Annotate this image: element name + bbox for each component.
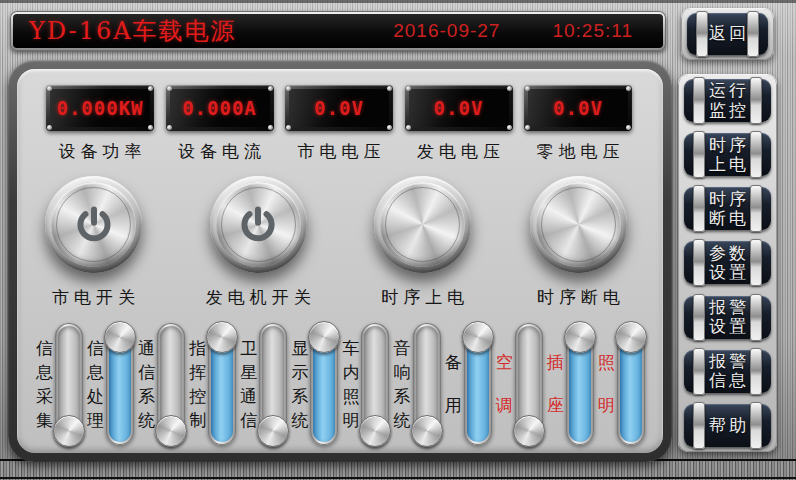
switch-label-char: 响	[394, 364, 411, 381]
return-button[interactable]: 返回	[687, 13, 768, 55]
digital-display: 0.000KW	[46, 85, 154, 131]
screw-icon	[525, 125, 530, 130]
switch-label-char: 显	[291, 340, 308, 357]
switch-label-char: 卫	[240, 340, 257, 357]
toggle-switch[interactable]	[55, 323, 83, 445]
sidebar-button-label: 信息	[706, 371, 749, 390]
bottom-bezel-trim	[0, 459, 796, 480]
display-value: 0.0V	[314, 97, 364, 119]
switch-knob[interactable]	[462, 321, 494, 353]
switch-label-char: 通	[138, 340, 155, 357]
knob-face	[216, 182, 301, 267]
switch-label-char: 统	[138, 412, 155, 429]
switch-label-char: 用	[445, 397, 462, 414]
display-screen: 0.000A	[170, 89, 270, 127]
sidebar-button-label: 上电	[706, 155, 749, 174]
switch-label-char: 集	[36, 412, 53, 429]
switch-label-char: 通	[240, 388, 257, 405]
switch-knob[interactable]	[155, 415, 187, 447]
switch-label-char: 系	[394, 388, 411, 405]
digital-display: 0.000A	[166, 85, 274, 131]
sidebar-button-alarm-info[interactable]: 报警信息	[684, 350, 771, 393]
knob-button-mains-switch[interactable]	[45, 176, 142, 273]
knob-button-seq-power-on[interactable]	[374, 176, 471, 273]
display-value: 0.000A	[182, 97, 257, 119]
switch-knob[interactable]	[53, 415, 85, 447]
switch-label-char: 音	[394, 340, 411, 357]
switch-knob[interactable]	[564, 321, 596, 353]
switch-unit: 卫星通信	[239, 323, 287, 445]
sidebar-button-seq-power-off[interactable]: 时序断电	[684, 187, 771, 230]
switch-label-char: 息	[87, 364, 104, 381]
screw-icon	[406, 125, 411, 130]
switch-unit: 照明	[597, 323, 645, 445]
sidebar-button-label: 参数	[706, 244, 749, 263]
sidebar-button-run-monitor[interactable]: 运行监控	[684, 79, 771, 122]
screw-icon	[286, 125, 291, 130]
display-value: 0.000KW	[56, 97, 143, 119]
switch-label: 指挥控制	[188, 324, 207, 444]
switch-knob[interactable]	[206, 321, 238, 353]
toggle-switch[interactable]	[208, 323, 236, 445]
knob-unit: 市电开关	[45, 176, 142, 309]
time-display: 10:25:11	[552, 20, 633, 42]
knob-button-seq-power-off[interactable]	[530, 176, 627, 273]
switch-knob[interactable]	[411, 415, 443, 447]
toggle-switch[interactable]	[310, 323, 338, 445]
sidebar-button-label: 报警	[706, 298, 749, 317]
sidebar-button-alarm-settings[interactable]: 报警设置	[684, 296, 771, 339]
knob-face	[536, 182, 621, 267]
sidebar-button-help[interactable]: 帮助	[684, 404, 771, 447]
display-screen: 0.0V	[528, 89, 628, 127]
toggle-switch[interactable]	[361, 323, 389, 445]
switch-label-char: 车	[342, 340, 359, 357]
switch-label-char: 采	[36, 388, 53, 405]
switch-label-char: 照	[342, 388, 359, 405]
switch-knob[interactable]	[308, 321, 340, 353]
switch-label-char: 系	[138, 388, 155, 405]
toggle-switch[interactable]	[157, 323, 185, 445]
switch-label-char: 息	[36, 364, 53, 381]
toggle-switch[interactable]	[413, 323, 441, 445]
knob-unit: 时序上电	[374, 176, 471, 309]
knobs-row: 市电开关 发电机开关 时序上电 时序断电	[33, 176, 649, 309]
switch-knob[interactable]	[359, 415, 391, 447]
switch-label-char: 挥	[189, 364, 206, 381]
toggle-switch[interactable]	[259, 323, 287, 445]
sidebar-button-param-settings[interactable]: 参数设置	[684, 241, 771, 284]
switch-knob[interactable]	[615, 321, 647, 353]
switch-knob[interactable]	[513, 415, 545, 447]
sidebar-button-label: 时序	[706, 136, 749, 155]
switch-label: 卫星通信	[239, 324, 258, 444]
main-panel-frame: 0.000KW 设备功率 0.000A 设备电流 0.0V 市电电压	[8, 60, 672, 462]
switch-label-char: 统	[291, 412, 308, 429]
toggle-switch[interactable]	[617, 323, 645, 445]
switch-knob[interactable]	[257, 415, 289, 447]
sidebar-button-seq-power-on[interactable]: 时序上电	[684, 133, 771, 176]
switch-label: 显示系统	[290, 324, 309, 444]
screw-icon	[387, 125, 392, 130]
switch-label: 插座	[546, 324, 565, 444]
toggle-switch[interactable]	[515, 323, 543, 445]
display-unit: 0.0V 零地电压	[519, 85, 637, 163]
switch-label-char: 控	[189, 388, 206, 405]
switch-label-char: 系	[291, 388, 308, 405]
display-screen: 0.0V	[289, 89, 389, 127]
screw-icon	[626, 125, 631, 130]
switch-label: 照明	[597, 324, 616, 444]
knob-button-generator-switch[interactable]	[210, 176, 307, 273]
knob-label: 发电机开关	[201, 286, 316, 309]
screw-icon	[47, 125, 52, 130]
switch-label-char: 空	[496, 354, 513, 371]
toggle-switch[interactable]	[106, 323, 134, 445]
power-icon	[71, 202, 117, 248]
switch-knob[interactable]	[104, 321, 136, 353]
toggle-switch[interactable]	[566, 323, 594, 445]
screw-icon	[507, 125, 512, 130]
screw-icon	[148, 86, 153, 91]
screw-icon	[507, 86, 512, 91]
knob-label: 市电开关	[47, 286, 140, 309]
date-display: 2016-09-27	[393, 20, 500, 42]
toggle-switch[interactable]	[464, 323, 492, 445]
switch-label-char: 制	[189, 412, 206, 429]
